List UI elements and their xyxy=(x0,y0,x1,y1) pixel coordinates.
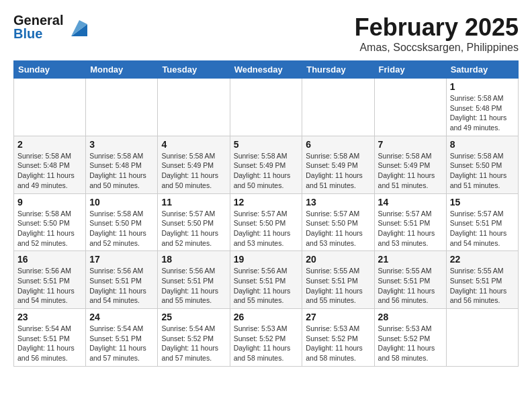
calendar-cell: 6Sunrise: 5:58 AM Sunset: 5:49 PM Daylig… xyxy=(302,136,374,193)
calendar-cell: 3Sunrise: 5:58 AM Sunset: 5:48 PM Daylig… xyxy=(86,136,158,193)
calendar-week-5: 23Sunrise: 5:54 AM Sunset: 5:51 PM Dayli… xyxy=(14,309,519,367)
calendar-cell xyxy=(86,79,158,136)
day-info: Sunrise: 5:58 AM Sunset: 5:50 PM Dayligh… xyxy=(450,151,515,191)
calendar-cell: 7Sunrise: 5:58 AM Sunset: 5:49 PM Daylig… xyxy=(374,136,446,193)
logo-blue: Blue xyxy=(13,27,63,40)
calendar-cell: 1Sunrise: 5:58 AM Sunset: 5:48 PM Daylig… xyxy=(446,79,518,136)
day-number: 27 xyxy=(306,312,370,322)
day-info: Sunrise: 5:58 AM Sunset: 5:48 PM Dayligh… xyxy=(450,93,515,133)
day-info: Sunrise: 5:54 AM Sunset: 5:51 PM Dayligh… xyxy=(89,324,154,363)
calendar-cell: 13Sunrise: 5:57 AM Sunset: 5:50 PM Dayli… xyxy=(302,193,374,251)
calendar-cell xyxy=(14,79,86,136)
weekday-header-tuesday: Tuesday xyxy=(158,61,230,79)
day-info: Sunrise: 5:58 AM Sunset: 5:48 PM Dayligh… xyxy=(89,151,154,191)
day-number: 4 xyxy=(161,139,226,150)
day-number: 8 xyxy=(450,139,515,150)
day-number: 28 xyxy=(378,312,443,322)
day-number: 19 xyxy=(234,254,299,265)
day-info: Sunrise: 5:57 AM Sunset: 5:51 PM Dayligh… xyxy=(450,209,515,248)
day-number: 12 xyxy=(234,197,299,208)
calendar-cell: 17Sunrise: 5:56 AM Sunset: 5:51 PM Dayli… xyxy=(86,251,158,309)
weekday-header-sunday: Sunday xyxy=(14,61,86,79)
weekday-header-thursday: Thursday xyxy=(302,61,374,79)
calendar-cell: 11Sunrise: 5:57 AM Sunset: 5:50 PM Dayli… xyxy=(158,193,230,251)
day-number: 3 xyxy=(89,139,154,150)
calendar-cell: 14Sunrise: 5:57 AM Sunset: 5:51 PM Dayli… xyxy=(374,193,446,251)
calendar-cell: 4Sunrise: 5:58 AM Sunset: 5:49 PM Daylig… xyxy=(158,136,230,193)
weekday-header-monday: Monday xyxy=(86,61,158,79)
day-info: Sunrise: 5:58 AM Sunset: 5:49 PM Dayligh… xyxy=(378,151,443,191)
logo-general: General xyxy=(13,13,63,27)
calendar-cell: 28Sunrise: 5:53 AM Sunset: 5:52 PM Dayli… xyxy=(374,309,446,367)
calendar-cell: 5Sunrise: 5:58 AM Sunset: 5:49 PM Daylig… xyxy=(230,136,302,193)
page-header: General Blue February 2025 Amas, Soccsks… xyxy=(13,13,519,54)
day-info: Sunrise: 5:57 AM Sunset: 5:50 PM Dayligh… xyxy=(161,209,226,248)
day-number: 11 xyxy=(161,197,226,208)
location-title: Amas, Soccsksargen, Philippines xyxy=(355,42,519,54)
day-info: Sunrise: 5:54 AM Sunset: 5:51 PM Dayligh… xyxy=(17,324,82,363)
day-number: 7 xyxy=(378,139,443,150)
day-number: 25 xyxy=(161,312,226,322)
calendar-cell: 8Sunrise: 5:58 AM Sunset: 5:50 PM Daylig… xyxy=(446,136,518,193)
weekday-header-row: SundayMondayTuesdayWednesdayThursdayFrid… xyxy=(14,61,519,79)
weekday-header-wednesday: Wednesday xyxy=(230,61,302,79)
day-info: Sunrise: 5:58 AM Sunset: 5:49 PM Dayligh… xyxy=(306,151,370,191)
logo-icon xyxy=(66,17,87,36)
day-info: Sunrise: 5:55 AM Sunset: 5:51 PM Dayligh… xyxy=(378,266,443,306)
day-number: 5 xyxy=(234,139,299,150)
day-info: Sunrise: 5:54 AM Sunset: 5:52 PM Dayligh… xyxy=(161,324,226,363)
calendar-cell: 26Sunrise: 5:53 AM Sunset: 5:52 PM Dayli… xyxy=(230,309,302,367)
calendar-week-4: 16Sunrise: 5:56 AM Sunset: 5:51 PM Dayli… xyxy=(14,251,519,309)
day-info: Sunrise: 5:58 AM Sunset: 5:50 PM Dayligh… xyxy=(17,209,82,248)
day-number: 23 xyxy=(17,312,82,322)
calendar-cell: 16Sunrise: 5:56 AM Sunset: 5:51 PM Dayli… xyxy=(14,251,86,309)
calendar-cell: 10Sunrise: 5:58 AM Sunset: 5:50 PM Dayli… xyxy=(86,193,158,251)
day-number: 16 xyxy=(17,254,82,265)
day-info: Sunrise: 5:58 AM Sunset: 5:50 PM Dayligh… xyxy=(89,209,154,248)
day-number: 22 xyxy=(450,254,515,265)
day-number: 26 xyxy=(234,312,299,322)
day-number: 10 xyxy=(89,197,154,208)
calendar-week-3: 9Sunrise: 5:58 AM Sunset: 5:50 PM Daylig… xyxy=(14,193,519,251)
calendar-table: SundayMondayTuesdayWednesdayThursdayFrid… xyxy=(13,60,519,367)
day-number: 13 xyxy=(306,197,370,208)
day-number: 18 xyxy=(161,254,226,265)
calendar-cell xyxy=(374,79,446,136)
day-info: Sunrise: 5:55 AM Sunset: 5:51 PM Dayligh… xyxy=(306,266,370,306)
weekday-header-saturday: Saturday xyxy=(446,61,518,79)
calendar-cell: 23Sunrise: 5:54 AM Sunset: 5:51 PM Dayli… xyxy=(14,309,86,367)
calendar-cell xyxy=(158,79,230,136)
day-number: 24 xyxy=(89,312,154,322)
day-info: Sunrise: 5:58 AM Sunset: 5:48 PM Dayligh… xyxy=(17,151,82,191)
calendar-cell: 24Sunrise: 5:54 AM Sunset: 5:51 PM Dayli… xyxy=(86,309,158,367)
day-number: 1 xyxy=(450,81,515,92)
day-number: 20 xyxy=(306,254,370,265)
calendar-cell xyxy=(230,79,302,136)
calendar-cell xyxy=(302,79,374,136)
day-info: Sunrise: 5:56 AM Sunset: 5:51 PM Dayligh… xyxy=(17,266,82,306)
calendar-week-1: 1Sunrise: 5:58 AM Sunset: 5:48 PM Daylig… xyxy=(14,79,519,136)
day-info: Sunrise: 5:58 AM Sunset: 5:49 PM Dayligh… xyxy=(161,151,226,191)
day-info: Sunrise: 5:58 AM Sunset: 5:49 PM Dayligh… xyxy=(234,151,299,191)
day-info: Sunrise: 5:56 AM Sunset: 5:51 PM Dayligh… xyxy=(161,266,226,306)
logo: General Blue xyxy=(13,13,87,40)
calendar-cell: 15Sunrise: 5:57 AM Sunset: 5:51 PM Dayli… xyxy=(446,193,518,251)
calendar-cell: 21Sunrise: 5:55 AM Sunset: 5:51 PM Dayli… xyxy=(374,251,446,309)
day-info: Sunrise: 5:57 AM Sunset: 5:51 PM Dayligh… xyxy=(378,209,443,248)
day-info: Sunrise: 5:53 AM Sunset: 5:52 PM Dayligh… xyxy=(378,324,443,363)
day-number: 17 xyxy=(89,254,154,265)
title-block: February 2025 Amas, Soccsksargen, Philip… xyxy=(355,13,519,54)
calendar-cell: 18Sunrise: 5:56 AM Sunset: 5:51 PM Dayli… xyxy=(158,251,230,309)
day-info: Sunrise: 5:57 AM Sunset: 5:50 PM Dayligh… xyxy=(306,209,370,248)
day-number: 15 xyxy=(450,197,515,208)
calendar-week-2: 2Sunrise: 5:58 AM Sunset: 5:48 PM Daylig… xyxy=(14,136,519,193)
day-info: Sunrise: 5:53 AM Sunset: 5:52 PM Dayligh… xyxy=(234,324,299,363)
day-info: Sunrise: 5:56 AM Sunset: 5:51 PM Dayligh… xyxy=(89,266,154,306)
day-number: 21 xyxy=(378,254,443,265)
day-number: 9 xyxy=(17,197,82,208)
calendar-cell: 20Sunrise: 5:55 AM Sunset: 5:51 PM Dayli… xyxy=(302,251,374,309)
calendar-cell: 12Sunrise: 5:57 AM Sunset: 5:50 PM Dayli… xyxy=(230,193,302,251)
day-number: 2 xyxy=(17,139,82,150)
day-info: Sunrise: 5:53 AM Sunset: 5:52 PM Dayligh… xyxy=(306,324,370,363)
day-info: Sunrise: 5:56 AM Sunset: 5:51 PM Dayligh… xyxy=(234,266,299,306)
